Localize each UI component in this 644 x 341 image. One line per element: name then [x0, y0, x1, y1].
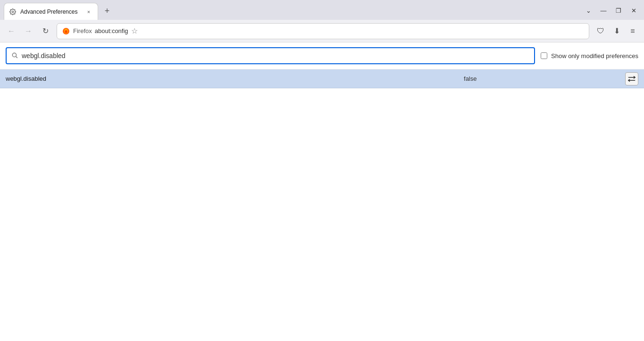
gear-icon	[9, 9, 16, 15]
preference-toggle-button[interactable]	[625, 72, 638, 85]
preference-value: false	[316, 75, 626, 82]
tab-favicon	[9, 8, 17, 16]
shield-icon[interactable]: 🛡	[593, 24, 608, 39]
bookmark-star-icon[interactable]: ☆	[131, 26, 138, 35]
filter-container: Show only modified preferences	[541, 52, 638, 60]
refresh-button[interactable]: ↻	[38, 24, 53, 39]
svg-point-3	[65, 30, 67, 33]
toggle-arrows-icon	[628, 76, 636, 82]
restore-button[interactable]: ❐	[612, 4, 625, 17]
preference-name: webgl.disabled	[6, 75, 316, 82]
toolbar-icons: 🛡 ⬇ ≡	[593, 24, 640, 39]
magnifier-icon	[11, 52, 18, 59]
search-input-wrapper	[6, 47, 535, 64]
search-input[interactable]	[22, 52, 529, 60]
forward-button[interactable]: →	[21, 24, 36, 39]
modified-filter-label[interactable]: Show only modified preferences	[551, 52, 638, 60]
svg-point-4	[12, 53, 16, 57]
modified-filter-checkbox[interactable]	[541, 52, 547, 59]
window-controls: ⌄ — ❐ ✕	[582, 4, 644, 20]
firefox-logo-icon	[62, 27, 70, 35]
tab-title: Advanced Preferences	[20, 9, 81, 15]
download-icon[interactable]: ⬇	[609, 24, 624, 39]
address-url-text: about:config	[95, 27, 128, 34]
firefox-icon	[62, 27, 70, 35]
back-button[interactable]: ←	[4, 24, 19, 39]
address-brand-label: Firefox	[73, 27, 92, 34]
tab-bar: Advanced Preferences × + ⌄ — ❐ ✕	[0, 0, 644, 20]
svg-line-5	[16, 56, 17, 58]
search-icon	[11, 52, 18, 60]
active-tab: Advanced Preferences ×	[4, 3, 98, 20]
search-bar-container: Show only modified preferences	[0, 43, 644, 69]
close-window-button[interactable]: ✕	[627, 4, 640, 17]
address-bar[interactable]: Firefox about:config ☆	[57, 23, 589, 39]
tab-close-button[interactable]: ×	[84, 8, 93, 16]
menu-icon[interactable]: ≡	[625, 24, 640, 39]
tab-list-button[interactable]: ⌄	[582, 4, 595, 17]
browser-window: Advanced Preferences × + ⌄ — ❐ ✕ ← → ↻ F…	[0, 0, 644, 341]
svg-point-0	[12, 11, 14, 13]
table-row: webgl.disabled false	[0, 69, 644, 88]
page-content: Show only modified preferences webgl.dis…	[0, 43, 644, 341]
preferences-table: webgl.disabled false	[0, 69, 644, 341]
new-tab-button[interactable]: +	[100, 4, 114, 18]
nav-bar: ← → ↻ Firefox about:config ☆ 🛡 ⬇ ≡	[0, 20, 644, 43]
minimize-button[interactable]: —	[597, 4, 610, 17]
